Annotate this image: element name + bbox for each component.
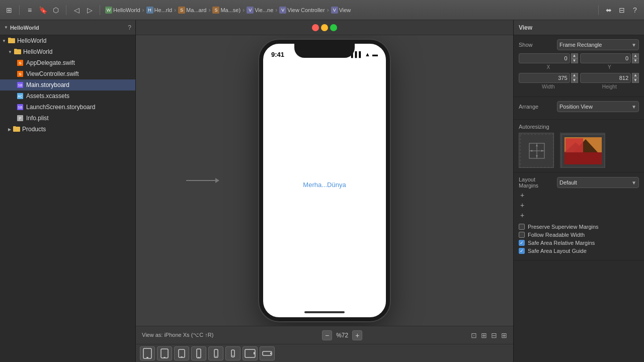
breadcrumb-sep-2: › — [174, 7, 176, 14]
device-ipad-landscape[interactable] — [243, 346, 258, 360]
svg-text:SB: SB — [18, 106, 23, 109]
height-stepper-down[interactable]: ▼ — [632, 78, 639, 83]
follow-readable-checkbox[interactable] — [519, 232, 525, 238]
safe-area-layout-checkbox[interactable] — [519, 248, 525, 254]
sidebar-item-infoplist[interactable]: P Info.plist — [0, 113, 135, 124]
svg-rect-13 — [146, 357, 148, 358]
sidebar: ▼ HelloWorld ? ▼ HelloWorld ▼ HelloWorld… — [0, 20, 136, 362]
y-stepper-down[interactable]: ▼ — [632, 58, 639, 63]
x-label: X — [519, 64, 578, 70]
width-stepper-up[interactable]: ▲ — [571, 73, 578, 78]
hex-icon[interactable]: ⬡ — [51, 5, 61, 15]
device-iphone-small[interactable] — [225, 346, 240, 360]
device-ipad-large[interactable] — [140, 346, 155, 360]
breadcrumb-item-7[interactable]: V View — [331, 7, 351, 14]
help-icon[interactable]: ? — [630, 5, 640, 15]
height-stepper-up[interactable]: ▲ — [632, 73, 639, 78]
sidebar-item-helloworld-group[interactable]: ▼ HelloWorld — [0, 35, 135, 46]
sidebar-item-launchscreen[interactable]: SB LaunchScreen.storyboard — [0, 102, 135, 113]
close-button[interactable] — [312, 24, 319, 31]
canvas-body[interactable]: 9:41 ▌▌▌ ▲ ▬ Merha...Dünya — [136, 35, 513, 326]
svg-rect-41 — [566, 138, 583, 152]
sidebar-label-appdelegate: AppDelegate.swift — [26, 59, 75, 66]
height-input[interactable]: 812 — [580, 73, 631, 83]
toolbar-sep-3 — [100, 5, 100, 15]
sidebar-item-main-storyboard[interactable]: SB Main.storyboard — [0, 79, 135, 90]
add-margin-1[interactable]: + — [519, 192, 526, 199]
add-margin-3[interactable]: + — [519, 212, 526, 219]
layout-margins-value: Default — [559, 179, 577, 186]
breadcrumb-item-4[interactable]: S Ma...se) — [212, 7, 240, 14]
svg-text:AC: AC — [18, 95, 23, 98]
folder-icon-2: H — [146, 7, 153, 14]
maximize-button[interactable] — [330, 24, 337, 31]
svg-text:P: P — [19, 117, 22, 120]
y-input[interactable]: 0 — [580, 53, 631, 63]
sidebar-item-helloworld-sub[interactable]: ▼ HelloWorld — [0, 46, 135, 57]
device-ipad-med[interactable] — [157, 346, 172, 360]
layout-icon[interactable]: ⊟ — [491, 331, 497, 339]
sidebar-item-products[interactable]: ▶ Products — [0, 124, 135, 135]
arrange-value: Position View — [559, 104, 593, 110]
autoresizing-label: Autoresizing — [519, 124, 554, 130]
constraints-icon[interactable]: ⊞ — [501, 331, 507, 339]
arrange-dropdown[interactable]: Position View ▼ — [557, 101, 639, 112]
breadcrumb-item-6[interactable]: V View Controller — [279, 7, 325, 14]
preserve-superview-checkbox[interactable] — [519, 224, 525, 230]
sidebar-item-appdelegate[interactable]: S AppDelegate.swift — [0, 57, 135, 68]
width-input[interactable]: 375 — [519, 73, 570, 83]
arrange-section: Arrange Position View ▼ — [514, 97, 644, 120]
breadcrumb-item-3[interactable]: S Ma...ard — [178, 7, 206, 14]
autoresize-widget[interactable] — [519, 133, 554, 168]
device-iphone-med[interactable] — [208, 346, 223, 360]
width-stepper-down[interactable]: ▼ — [571, 78, 578, 83]
viewcontroller-icon: V — [247, 7, 254, 14]
checkbox-safe-area-margins: Safe Area Relative Margins — [519, 240, 639, 246]
bookmark-icon[interactable]: 🔖 — [38, 5, 48, 15]
x-input[interactable]: 0 — [519, 53, 570, 63]
fit-screen-icon[interactable]: ⊡ — [471, 331, 477, 339]
svg-text:S: S — [19, 72, 22, 76]
iphone-status-icons: ▌▌▌ ▲ ▬ — [351, 51, 378, 57]
right-panel: View Show Frame Rectangle ▼ 0 — [513, 20, 644, 362]
svg-rect-21 — [215, 356, 217, 356]
device-iphone-tall[interactable] — [191, 346, 206, 360]
storyboard-icon-1: S — [178, 7, 185, 14]
back-button[interactable]: ◁ — [71, 5, 82, 15]
x-input-group: 0 ▲ ▼ X — [519, 53, 578, 70]
sidebar-item-viewcontroller[interactable]: S ViewController.swift — [0, 68, 135, 79]
nav-icon[interactable]: ≡ — [25, 5, 35, 15]
schemes-icon[interactable]: ⬌ — [604, 5, 614, 15]
breadcrumb-item-1[interactable]: W HelloWorld — [105, 7, 140, 14]
follow-readable-label: Follow Readable Width — [528, 232, 585, 238]
x-stepper-up[interactable]: ▲ — [571, 53, 578, 58]
breadcrumb-item-2[interactable]: H He...rld — [146, 7, 172, 14]
svg-rect-18 — [197, 349, 201, 358]
device-ipad-small[interactable] — [174, 346, 189, 360]
zoom-in-button[interactable]: + — [352, 330, 362, 340]
add-margin-2[interactable]: + — [519, 202, 526, 209]
sidebar-item-assets[interactable]: AC Assets.xcassets — [0, 90, 135, 102]
zoom-out-button[interactable]: − — [322, 330, 332, 340]
x-stepper: ▲ ▼ — [571, 53, 578, 63]
grid-icon[interactable]: ⊞ — [481, 331, 487, 339]
forward-button[interactable]: ▷ — [85, 5, 95, 15]
storyboard-file-icon-1: SB — [16, 81, 24, 89]
sidebar-help-button[interactable]: ? — [128, 24, 131, 31]
arrange-label: Arrange — [519, 104, 554, 110]
device-iphone-landscape[interactable] — [260, 346, 275, 360]
main-layout: ▼ HelloWorld ? ▼ HelloWorld ▼ HelloWorld… — [0, 20, 644, 362]
y-stepper-up[interactable]: ▲ — [632, 53, 639, 58]
breadcrumb-sep: › — [142, 7, 144, 14]
show-dropdown[interactable]: Frame Rectangle ▼ — [557, 39, 639, 50]
arrange-row: Arrange Position View ▼ — [519, 101, 639, 112]
panel-toggle-icon[interactable]: ⊟ — [617, 5, 627, 15]
folder-closed-icon-1 — [8, 37, 15, 45]
breadcrumb-item-5[interactable]: V Vie...ne — [247, 7, 273, 14]
initial-vc-arrow — [186, 180, 216, 181]
svg-rect-25 — [254, 352, 255, 354]
safe-area-margins-checkbox[interactable] — [519, 240, 525, 246]
layout-margins-dropdown[interactable]: Default ▼ — [557, 177, 639, 188]
minimize-button[interactable] — [321, 24, 328, 31]
x-stepper-down[interactable]: ▼ — [571, 58, 578, 63]
